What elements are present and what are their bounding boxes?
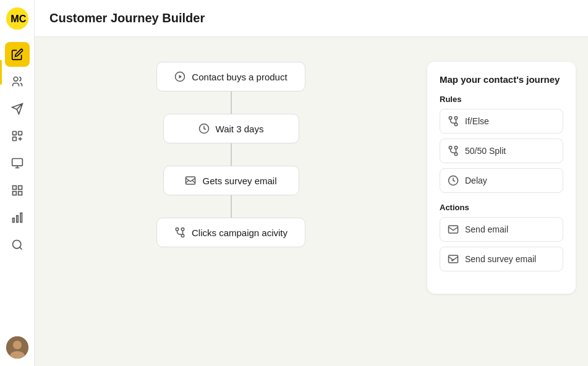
page-title: Customer Journey Builder: [49, 11, 573, 25]
svg-point-14: [12, 240, 20, 249]
svg-rect-21: [186, 177, 195, 184]
right-panel: Map your contact's journey Rules If/Else: [427, 62, 576, 294]
email-label: Gets survey email: [202, 176, 276, 186]
survey-icon: [448, 253, 459, 265]
branch-icon: [174, 227, 185, 238]
if-else-label: If/Else: [465, 116, 489, 126]
split-icon: [448, 145, 459, 156]
panel-item-send-email[interactable]: Send email: [440, 217, 563, 242]
integrations-icon: [11, 184, 23, 197]
search-icon: [11, 239, 23, 251]
sidebar: MC: [0, 0, 35, 366]
svg-point-16: [13, 341, 22, 349]
analytics-icon: [11, 211, 23, 224]
canvas: Contact buys a product Wait 3 days: [35, 37, 588, 366]
clock-icon: [198, 123, 210, 134]
sidebar-item-campaigns[interactable]: [5, 96, 30, 121]
click-label: Clicks campaign acivity: [192, 228, 288, 238]
actions-label: Actions: [440, 203, 563, 212]
automations-icon: [11, 130, 23, 142]
flow-node-trigger[interactable]: Contact buys a product: [156, 62, 305, 92]
main-content: Customer Journey Builder Contact buys a …: [35, 0, 588, 366]
connector-2: [231, 143, 232, 166]
sidebar-item-automations[interactable]: [5, 124, 30, 148]
svg-rect-3: [12, 132, 16, 135]
email-icon: [185, 175, 196, 186]
delay-icon: [448, 175, 459, 186]
rules-label: Rules: [440, 95, 563, 104]
svg-rect-13: [12, 218, 14, 223]
send-survey-label: Send survey email: [465, 254, 536, 264]
actions-section: Actions Send email Send survey email: [440, 203, 563, 271]
flow-canvas: Contact buys a product Wait 3 days: [47, 49, 415, 354]
if-else-icon: [448, 116, 459, 127]
campaigns-icon: [11, 103, 23, 115]
avatar[interactable]: [6, 336, 28, 359]
sidebar-bottom: [6, 336, 28, 359]
content-icon: [11, 157, 23, 169]
delay-label: Delay: [465, 176, 487, 185]
panel-title: Map your contact's journey: [440, 74, 563, 85]
connector-3: [231, 195, 232, 218]
svg-rect-7: [12, 186, 16, 190]
svg-rect-23: [449, 226, 458, 233]
sidebar-item-edit[interactable]: [5, 42, 30, 67]
svg-text:MC: MC: [11, 13, 26, 24]
panel-item-if-else[interactable]: If/Else: [440, 109, 563, 134]
sidebar-item-audience[interactable]: [5, 69, 30, 94]
trigger-label: Contact buys a product: [192, 72, 287, 82]
panel-item-delay[interactable]: Delay: [440, 168, 563, 193]
flow-node-email[interactable]: Gets survey email: [163, 166, 299, 195]
send-email-icon: [448, 224, 459, 235]
mailchimp-logo: MC: [6, 7, 28, 30]
flow-node-wait[interactable]: Wait 3 days: [163, 114, 299, 143]
connector-1: [231, 92, 232, 114]
svg-rect-12: [16, 216, 18, 223]
svg-marker-19: [179, 75, 182, 79]
send-email-label: Send email: [465, 224, 508, 234]
header: Customer Journey Builder: [35, 0, 588, 37]
wait-label: Wait 3 days: [216, 124, 264, 134]
audience-icon: [11, 75, 23, 88]
svg-rect-8: [18, 186, 22, 190]
panel-item-split[interactable]: 50/50 Split: [440, 138, 563, 163]
sidebar-item-integrations[interactable]: [5, 178, 30, 203]
svg-rect-5: [12, 137, 16, 141]
sidebar-item-content[interactable]: [5, 151, 30, 176]
sidebar-item-search[interactable]: [5, 232, 30, 257]
svg-point-2: [14, 77, 18, 82]
sidebar-item-analytics[interactable]: [5, 205, 30, 230]
svg-rect-11: [20, 213, 22, 223]
svg-rect-4: [18, 132, 22, 135]
active-indicator: [0, 60, 2, 85]
panel-item-send-survey[interactable]: Send survey email: [440, 247, 563, 271]
edit-icon: [11, 48, 23, 61]
split-label: 50/50 Split: [465, 146, 506, 156]
svg-rect-24: [449, 255, 458, 263]
svg-rect-9: [12, 192, 16, 195]
rules-section: Rules If/Else 50/50 Split: [440, 95, 563, 193]
svg-rect-10: [18, 192, 22, 195]
svg-rect-6: [12, 159, 22, 166]
flow-node-click[interactable]: Clicks campaign acivity: [156, 218, 305, 247]
play-icon: [174, 71, 185, 82]
